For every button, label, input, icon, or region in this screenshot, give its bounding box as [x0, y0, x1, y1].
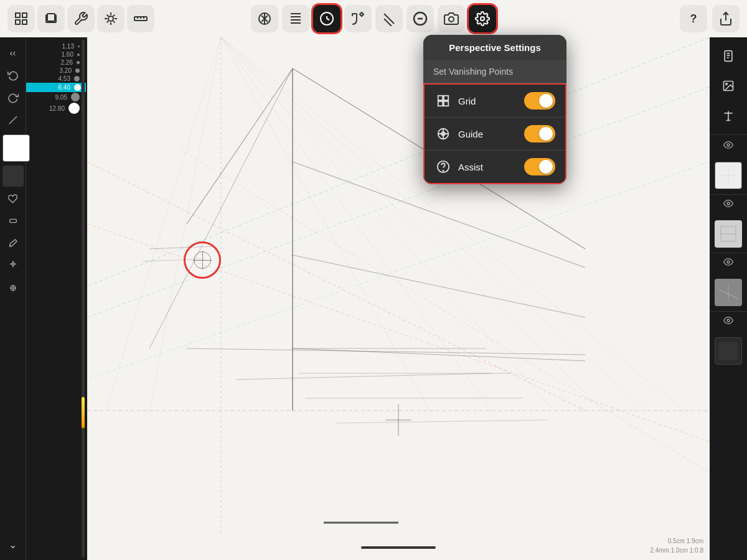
- right-sidebar-divider-2: [710, 194, 747, 195]
- brush-size-2.26[interactable]: 2.26: [26, 59, 86, 66]
- guide-toggle[interactable]: [524, 125, 555, 142]
- right-sidebar-divider: [710, 134, 747, 135]
- layers-chevron-button[interactable]: ⌄: [2, 534, 24, 555]
- eraser-button[interactable]: [375, 5, 403, 32]
- layer-2-dots[interactable]: ···: [725, 211, 731, 217]
- svg-line-18: [149, 68, 293, 348]
- brush-size-4.53[interactable]: 4.53: [26, 75, 86, 82]
- layers-button[interactable]: [37, 5, 65, 32]
- brush-tool-1-button[interactable]: [2, 210, 24, 231]
- right-sidebar: ··· ··· ···: [710, 37, 747, 560]
- assist-toggle[interactable]: [524, 158, 555, 175]
- top-toolbar: ?: [0, 0, 747, 37]
- popup-settings-box: Grid Guide: [423, 83, 566, 184]
- brush-size-12.80[interactable]: 12.80: [26, 103, 86, 114]
- right-page-button[interactable]: [715, 42, 742, 70]
- assist-label: Assist: [458, 162, 524, 172]
- svg-line-2: [87, 37, 710, 286]
- svg-line-28: [336, 420, 548, 423]
- eyedropper-button[interactable]: [2, 188, 24, 209]
- right-sidebar-divider-4: [710, 311, 747, 312]
- svg-rect-36: [16, 20, 20, 24]
- grid-label: Grid: [458, 96, 524, 106]
- right-sidebar-divider-3: [710, 253, 747, 253]
- svg-line-60: [9, 116, 17, 124]
- wrench-button[interactable]: [67, 5, 95, 32]
- layer-4-dots[interactable]: ···: [725, 328, 731, 334]
- svg-point-74: [727, 144, 730, 146]
- svg-rect-39: [47, 14, 55, 21]
- grid-toggle-row: Grid: [425, 85, 565, 118]
- redo-button[interactable]: [2, 87, 24, 108]
- brush-tool-4-button[interactable]: [2, 278, 24, 299]
- layer-3-row: [710, 257, 747, 267]
- layer-3-dots[interactable]: ···: [725, 269, 731, 275]
- symmetry-button[interactable]: [251, 5, 278, 32]
- brush-size-9.05[interactable]: 9.05: [26, 93, 86, 101]
- opacity-slider-thumb[interactable]: [82, 397, 85, 428]
- svg-line-53: [384, 14, 394, 24]
- svg-point-40: [108, 16, 113, 21]
- brush-tool-3-button[interactable]: [2, 255, 24, 276]
- collapse-sidebar-button[interactable]: ‹‹: [2, 42, 24, 63]
- layer-2-row: [710, 198, 747, 208]
- undo-button[interactable]: [2, 65, 24, 86]
- svg-line-14: [149, 37, 221, 411]
- layer-4-thumbnail[interactable]: [715, 337, 742, 365]
- guide-toggle-row: Guide: [425, 118, 565, 151]
- vanishing-point-circle[interactable]: [184, 241, 221, 279]
- brush-tool-2-button[interactable]: [2, 233, 24, 254]
- scale-bar: [361, 546, 436, 549]
- svg-point-83: [727, 319, 730, 322]
- right-image-button[interactable]: [715, 72, 742, 100]
- layer-2-visibility-icon[interactable]: [723, 198, 733, 208]
- share-button[interactable]: [712, 5, 740, 32]
- brush-button[interactable]: [344, 5, 372, 32]
- opacity-slider-track: [82, 40, 85, 558]
- svg-line-6: [87, 224, 710, 442]
- guide-icon: [435, 125, 452, 142]
- brush-size-1.13[interactable]: 1.13: [26, 43, 86, 50]
- ruler-button[interactable]: [127, 5, 154, 32]
- assist-toggle-row: Assist: [425, 151, 565, 183]
- right-text-button[interactable]: [715, 102, 742, 129]
- popup-title: Perspective Settings: [423, 35, 566, 60]
- layer-3-thumbnail[interactable]: [715, 279, 742, 306]
- svg-point-57: [449, 17, 454, 22]
- airbrush-button[interactable]: [97, 5, 125, 32]
- minus-button[interactable]: [406, 5, 434, 32]
- help-button[interactable]: ?: [680, 5, 707, 32]
- svg-rect-86: [444, 96, 448, 100]
- svg-line-5: [87, 162, 585, 411]
- line-tool-button[interactable]: [2, 110, 24, 131]
- brush-size-1.60[interactable]: 1.60: [26, 51, 86, 58]
- set-vanishing-points-button[interactable]: Set Vanishing Points: [423, 60, 566, 83]
- perspective-settings-popup: Perspective Settings Set Vanishing Point…: [423, 35, 566, 184]
- brush-size-3.20[interactable]: 3.20: [26, 67, 86, 74]
- perspective-clock-button[interactable]: [313, 5, 341, 32]
- assist-icon: [435, 158, 452, 175]
- svg-line-52: [327, 19, 329, 20]
- svg-rect-35: [22, 13, 27, 17]
- layer-2-thumbnail[interactable]: [715, 220, 742, 248]
- svg-line-17: [187, 68, 293, 224]
- hatching-button[interactable]: [282, 5, 309, 32]
- vp-crosshair-v: [202, 251, 203, 269]
- brush-size-6.40-selected[interactable]: 6.40: [26, 83, 86, 92]
- svg-line-21: [293, 255, 585, 317]
- layer-1-dots[interactable]: ···: [725, 152, 731, 158]
- layer-4-visibility-icon[interactable]: [723, 315, 733, 325]
- bottom-bar: [87, 535, 710, 560]
- toolbar-center: [251, 5, 496, 32]
- grid-toggle[interactable]: [524, 92, 555, 110]
- layer-1-visibility-icon[interactable]: [723, 140, 733, 150]
- color-dark-swatch[interactable]: [2, 166, 24, 187]
- grid-view-button[interactable]: [7, 5, 35, 32]
- add-button[interactable]: [438, 5, 465, 32]
- toolbar-right: ?: [680, 5, 740, 32]
- guide-label: Guide: [458, 129, 524, 139]
- layer-3-visibility-icon[interactable]: [723, 257, 733, 267]
- svg-rect-88: [444, 101, 448, 106]
- layer-1-thumbnail[interactable]: [715, 162, 742, 189]
- gear-settings-button[interactable]: [469, 5, 496, 32]
